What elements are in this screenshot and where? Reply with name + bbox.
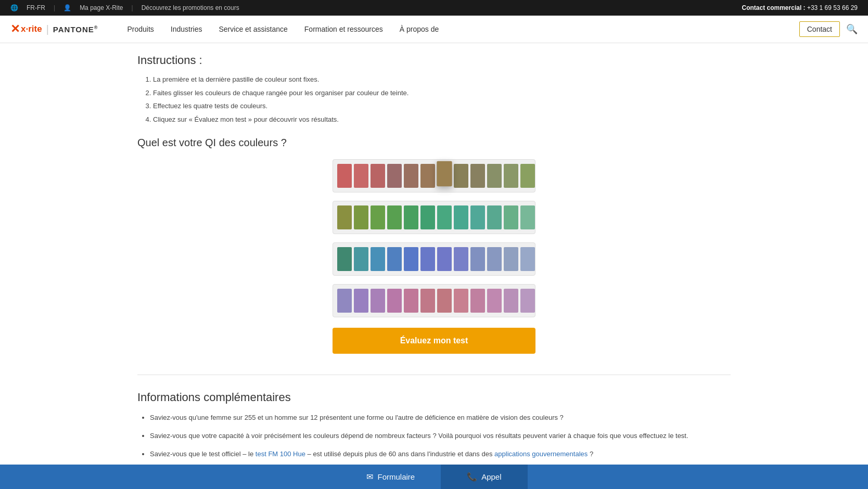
instruction-item-1: La première et la dernière pastille de c… <box>153 74 731 85</box>
top-bar-right: Contact commercial : +33 1 69 53 66 29 <box>742 4 858 11</box>
appel-label: Appel <box>481 472 501 481</box>
color-chip[interactable] <box>520 205 535 229</box>
formulaire-label: Formulaire <box>377 472 415 481</box>
nav-actions: Contact 🔍 <box>799 21 858 37</box>
divider-1: | <box>54 4 55 11</box>
color-chip[interactable] <box>487 289 502 313</box>
divider-2: | <box>132 4 133 11</box>
color-chip[interactable] <box>404 247 418 271</box>
color-chip[interactable] <box>371 205 385 229</box>
phone-number: +33 1 69 53 66 29 <box>807 4 858 11</box>
color-chip[interactable] <box>520 247 535 271</box>
instruction-item-4: Cliquez sur « Évaluez mon test » pour dé… <box>153 114 731 125</box>
contact-label: Contact commercial : <box>742 4 806 11</box>
color-chip[interactable] <box>337 205 352 229</box>
color-chip[interactable] <box>404 164 418 188</box>
instructions-list: La première et la dernière pastille de c… <box>137 74 731 124</box>
color-chip[interactable] <box>371 247 385 271</box>
color-chip[interactable] <box>354 289 368 313</box>
color-chip[interactable] <box>520 289 535 313</box>
color-chip[interactable] <box>470 289 485 313</box>
color-chip[interactable] <box>504 247 518 271</box>
color-row-4 <box>333 284 535 317</box>
color-chip[interactable] <box>420 247 435 271</box>
color-chip[interactable] <box>437 247 452 271</box>
x-icon: ✕ <box>10 22 20 36</box>
color-chip[interactable] <box>387 289 402 313</box>
nav-formation[interactable]: Formation et ressources <box>296 21 391 37</box>
pantone-logo: PANTONE® <box>53 25 98 34</box>
color-chip[interactable] <box>337 164 352 188</box>
color-chip[interactable] <box>420 164 435 188</box>
nav-produits[interactable]: Produits <box>119 21 162 37</box>
color-chip[interactable] <box>387 164 402 188</box>
color-chip[interactable] <box>420 289 435 313</box>
color-chip[interactable] <box>454 289 468 313</box>
color-chip[interactable] <box>437 289 452 313</box>
contact-button[interactable]: Contact <box>799 21 840 37</box>
color-chip[interactable] <box>470 164 485 188</box>
color-chip[interactable] <box>487 247 502 271</box>
color-chip[interactable] <box>404 205 418 229</box>
instructions-title: Instructions : <box>137 54 731 67</box>
globe-icon: 🌐 <box>10 4 18 11</box>
color-chip[interactable] <box>354 164 368 188</box>
logo-separator: | <box>46 23 49 35</box>
formulaire-icon: ✉ <box>366 472 373 482</box>
color-chip[interactable] <box>387 247 402 271</box>
top-bar: 🌐 FR-FR | 👤 Ma page X-Rite | Découvrez l… <box>0 0 868 16</box>
color-chip[interactable] <box>454 164 468 188</box>
evaluate-button[interactable]: Évaluez mon test <box>333 328 535 354</box>
color-chip[interactable] <box>454 205 468 229</box>
color-chip[interactable] <box>437 161 452 186</box>
top-bar-left: 🌐 FR-FR | 👤 Ma page X-Rite | Découvrez l… <box>10 4 239 11</box>
additional-item-2: Saviez-vous que votre capacité à voir pr… <box>150 431 731 442</box>
color-chip[interactable] <box>337 247 352 271</box>
color-chip[interactable] <box>470 247 485 271</box>
evaluate-btn-container: Évaluez mon test <box>137 328 731 354</box>
color-chip[interactable] <box>404 289 418 313</box>
section-divider <box>137 375 731 375</box>
appel-icon: 📞 <box>467 472 477 482</box>
fm100-link[interactable]: test FM 100 Hue <box>256 450 305 458</box>
gov-apps-link[interactable]: applications gouvernementales <box>494 450 588 458</box>
additional-info-title: Informations complémentaires <box>137 391 731 404</box>
color-chip[interactable] <box>371 164 385 188</box>
search-button[interactable]: 🔍 <box>846 23 858 35</box>
xrite-logo: ✕ x·rite <box>10 22 42 36</box>
nav-industries[interactable]: Industries <box>162 21 211 37</box>
color-row-2 <box>333 201 535 234</box>
color-chip[interactable] <box>504 164 518 188</box>
color-chip[interactable] <box>504 205 518 229</box>
logo-area: ✕ x·rite | PANTONE® <box>10 22 98 36</box>
additional-item-1: Saviez-vous qu'une femme sur 255 et un h… <box>150 413 731 423</box>
additional-item-3: Saviez-vous que le test officiel – le te… <box>150 449 731 460</box>
color-chip[interactable] <box>437 205 452 229</box>
color-rows-container <box>137 159 731 317</box>
promo-link[interactable]: Découvrez les promotions en cours <box>142 4 239 11</box>
nav-items: Produits Industries Service et assistanc… <box>119 21 799 37</box>
color-chip[interactable] <box>354 205 368 229</box>
formulaire-button[interactable]: ✉ Formulaire <box>340 465 441 489</box>
color-chip[interactable] <box>520 164 535 188</box>
main-content: Instructions : La première et la dernièr… <box>122 43 746 489</box>
nav-apropos[interactable]: À propos de <box>391 21 448 37</box>
color-chip[interactable] <box>420 205 435 229</box>
color-chip[interactable] <box>371 289 385 313</box>
color-chip[interactable] <box>487 164 502 188</box>
color-chip[interactable] <box>504 289 518 313</box>
nav-service[interactable]: Service et assistance <box>211 21 296 37</box>
color-chip[interactable] <box>454 247 468 271</box>
color-chip[interactable] <box>354 247 368 271</box>
color-chip[interactable] <box>387 205 402 229</box>
appel-button[interactable]: 📞 Appel <box>441 465 527 489</box>
color-row-1 <box>333 159 535 192</box>
color-chip[interactable] <box>470 205 485 229</box>
bottom-bar: ✉ Formulaire 📞 Appel <box>0 465 868 489</box>
color-chip[interactable] <box>487 205 502 229</box>
main-nav: ✕ x·rite | PANTONE® Produits Industries … <box>0 16 868 43</box>
color-chip[interactable] <box>337 289 352 313</box>
locale-link[interactable]: FR-FR <box>27 4 45 11</box>
xrite-text: x·rite <box>21 24 42 34</box>
my-page-link[interactable]: Ma page X-Rite <box>80 4 123 11</box>
